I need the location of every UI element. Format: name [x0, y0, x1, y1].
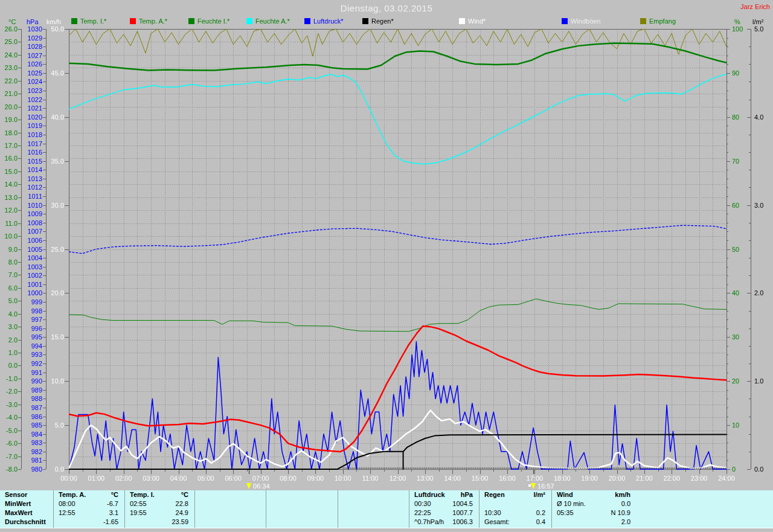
legend-item-temp-a[interactable]: Temp. A.* — [130, 18, 167, 25]
table-cell-value: 0.4 — [536, 518, 545, 527]
table-header-unit: hPa — [461, 490, 473, 499]
table-row — [266, 518, 338, 527]
table-cell-time: Ø 10 min. — [557, 499, 586, 508]
table-header-label: Temp. A. — [59, 490, 86, 499]
table-col-wind: Windkm/hØ 10 min.0.005:35N 10.92.0 — [552, 490, 773, 528]
legend-label: Feuchte A.* — [255, 18, 290, 25]
legend-item-luftdruck[interactable]: Luftdruck* — [304, 18, 344, 25]
table-header-label: Regen — [484, 490, 505, 499]
table-cell-value: 1006.3 — [452, 518, 473, 527]
page-title: Dienstag, 03.02.2015 — [0, 3, 773, 13]
table-row: 08:00-6.7 — [54, 499, 124, 508]
table-cell-value: 0.0 — [621, 499, 630, 508]
weather-app-window: Dienstag, 03.02.2015 Jarz Erich Temp. I.… — [0, 0, 773, 532]
table-cell-value: 23.59 — [172, 518, 188, 527]
table-cell-time: Gesamt: — [484, 518, 510, 527]
table-header — [195, 490, 266, 499]
table-col-sensor: SensorMinWertMaxWertDurchschnitt — [0, 490, 54, 528]
legend-swatch-temp-a — [130, 18, 136, 24]
table-row: 05:35N 10.9 — [552, 508, 637, 518]
table-row — [195, 508, 266, 518]
table-col-luftdruck: LuftdruckhPa00:301004.522:251007.7^0.7hP… — [409, 490, 480, 528]
legend-item-windboeen[interactable]: Windböen — [562, 18, 601, 25]
table-header: Temp. A.°C — [54, 490, 124, 499]
table-header-label: Luftdruck — [414, 490, 445, 499]
table-row: -1.65 — [54, 518, 124, 527]
table-row — [266, 508, 338, 518]
table-cell-value: 1004.5 — [452, 499, 473, 508]
table-cell-value: 24.9 — [176, 508, 188, 518]
table-row — [195, 499, 266, 508]
legend-label: Temp. I.* — [80, 18, 106, 25]
table-col-empty-2 — [266, 490, 338, 528]
table-row: Ø 10 min.0.0 — [552, 499, 637, 508]
axis-header-c: °C — [8, 18, 16, 25]
table-row: 02:5522.8 — [125, 499, 194, 508]
legend-label: Empfang — [649, 18, 676, 25]
table-col-temp-i: Temp. I.°C02:5522.819:5524.923.59 — [125, 490, 195, 528]
legend-label: Wind* — [468, 18, 486, 25]
table-cell-value: 1007.7 — [452, 508, 473, 518]
table-row — [338, 518, 409, 527]
legend-item-temp-i[interactable]: Temp. I.* — [71, 18, 106, 25]
table-header — [266, 490, 338, 499]
table-header-label: Wind — [557, 490, 573, 499]
table-row: 12:553.1 — [54, 508, 124, 518]
table-header — [338, 490, 409, 499]
axis-header-hpa: hPa — [27, 18, 39, 25]
axis-header-lm2: l/m² — [752, 18, 763, 25]
axis-header-pct: % — [734, 18, 740, 25]
table-row: 00:301004.5 — [409, 499, 479, 508]
legend-label: Feuchte I.* — [197, 18, 229, 25]
chart-legend: Temp. I.*Temp. A.*Feuchte I.*Feuchte A.*… — [0, 18, 773, 27]
table-header-unit: °C — [181, 490, 188, 499]
legend-label: Luftdruck* — [313, 18, 344, 25]
table-cell-value: -6.7 — [107, 499, 118, 508]
table-row — [338, 499, 409, 508]
legend-swatch-feuchte-i — [188, 18, 194, 24]
table-row: ^0.7hPa/h1006.3 — [409, 518, 479, 527]
legend-item-empfang[interactable]: Empfang — [640, 18, 676, 25]
table-row — [480, 499, 551, 508]
legend-item-regen[interactable]: Regen* — [362, 18, 394, 25]
table-row: 19:5524.9 — [125, 508, 194, 518]
legend-item-feuchte-i[interactable]: Feuchte I.* — [188, 18, 229, 25]
table-row: 23.59 — [125, 518, 194, 527]
table-row — [338, 508, 409, 518]
table-cell-value: 2.0 — [621, 518, 630, 527]
table-col-empty-1 — [195, 490, 266, 528]
legend-swatch-temp-i — [71, 18, 77, 24]
table-row-label: Durchschnitt — [0, 518, 53, 527]
table-cell-value: -1.65 — [103, 518, 118, 527]
table-cell-value: 0.2 — [536, 508, 545, 518]
legend-label: Windböen — [571, 18, 601, 25]
legend-swatch-wind — [459, 18, 465, 24]
legend-swatch-regen — [362, 18, 368, 24]
table-cell-value: 3.1 — [109, 508, 118, 518]
table-cell-time: 22:25 — [414, 508, 431, 518]
table-col-temp-a: Temp. A.°C08:00-6.712:553.1-1.65 — [54, 490, 125, 528]
table-header-unit: l/m² — [533, 490, 545, 499]
table-cell-time: 12:55 — [59, 508, 75, 518]
table-header-sensor: Sensor — [0, 490, 53, 499]
table-row: 10:300.2 — [480, 508, 551, 518]
legend-swatch-feuchte-a — [246, 18, 252, 24]
axis-header-kmh: km/h — [47, 18, 61, 25]
legend-item-feuchte-a[interactable]: Feuchte A.* — [246, 18, 290, 25]
table-row — [195, 518, 266, 527]
table-cell-time: ^0.7hPa/h — [414, 518, 444, 527]
table-cell-time: 10:30 — [484, 508, 501, 518]
table-header: Regenl/m² — [480, 490, 551, 499]
table-cell-time: 08:00 — [59, 499, 75, 508]
legend-item-wind[interactable]: Wind* — [459, 18, 486, 25]
legend-swatch-empfang — [640, 18, 646, 24]
footer-strip — [0, 528, 773, 532]
table-row-label: MaxWert — [0, 508, 53, 518]
table-col-empty-3 — [338, 490, 409, 528]
table-cell-time: 19:55 — [130, 508, 147, 518]
table-cell-time: 05:35 — [557, 508, 574, 518]
table-cell-time: 02:55 — [130, 499, 147, 508]
table-row: 22:251007.7 — [409, 508, 479, 518]
summary-table: SensorMinWertMaxWertDurchschnittTemp. A.… — [0, 490, 773, 528]
table-row-label: MinWert — [0, 499, 53, 508]
